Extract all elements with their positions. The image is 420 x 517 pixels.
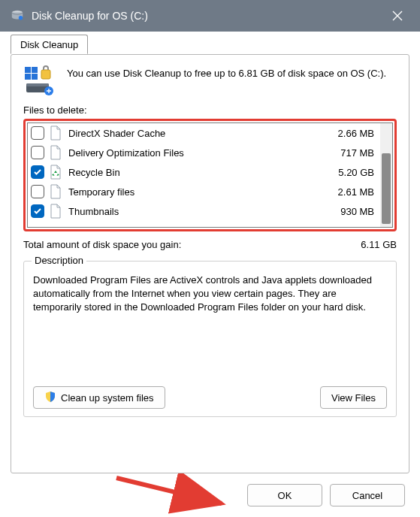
ok-label: OK <box>278 490 292 501</box>
cancel-button[interactable]: Cancel <box>330 484 405 506</box>
file-name: DirectX Shader Cache <box>67 128 317 139</box>
checkbox[interactable] <box>31 126 44 140</box>
shield-icon <box>44 391 56 405</box>
close-icon <box>392 11 403 21</box>
total-line: Total amount of disk space you gain: 6.1… <box>23 239 397 250</box>
checkbox[interactable] <box>31 204 44 218</box>
description-body: Downloaded Program Files are ActiveX con… <box>33 274 387 315</box>
file-icon <box>49 204 62 219</box>
file-size: 717 MB <box>322 147 374 159</box>
file-size: 2.61 MB <box>322 186 374 198</box>
close-button[interactable] <box>381 0 414 32</box>
description-legend: Description <box>32 255 86 266</box>
tab-panel: You can use Disk Cleanup to free up to 6… <box>11 54 409 473</box>
view-files-label: View Files <box>331 392 376 404</box>
description-group: Description Downloaded Program Files are… <box>23 261 397 417</box>
window-title: Disk Cleanup for OS (C:) <box>32 10 381 22</box>
svg-rect-4 <box>25 67 31 73</box>
svg-rect-5 <box>32 67 38 73</box>
tab-disk-cleanup[interactable]: Disk Cleanup <box>11 35 88 54</box>
recycle-bin-icon <box>49 165 62 180</box>
titlebar: Disk Cleanup for OS (C:) <box>0 0 420 32</box>
file-icon <box>49 184 62 199</box>
cleanup-system-files-button[interactable]: Clean up system files <box>33 386 165 409</box>
file-size: 5.20 GB <box>322 167 374 178</box>
file-icon <box>49 145 62 160</box>
client-area: Disk Cleanup <box>0 32 420 517</box>
svg-rect-10 <box>41 70 50 79</box>
table-row[interactable]: Temporary files2.61 MB <box>28 182 380 201</box>
svg-rect-7 <box>32 74 38 80</box>
file-size: 2.66 MB <box>322 128 374 139</box>
table-row[interactable]: Delivery Optimization Files717 MB <box>28 143 380 162</box>
ok-button[interactable]: OK <box>247 484 322 506</box>
view-files-button[interactable]: View Files <box>320 386 387 409</box>
disk-cleanup-app-icon <box>11 9 24 23</box>
files-to-delete-label: Files to delete: <box>23 104 397 116</box>
intro: You can use Disk Cleanup to free up to 6… <box>23 65 397 95</box>
annotation-arrow <box>113 472 240 514</box>
svg-point-2 <box>19 16 23 20</box>
svg-rect-9 <box>26 83 49 86</box>
files-list-highlight: DirectX Shader Cache2.66 MBDelivery Opti… <box>23 119 397 231</box>
total-label: Total amount of disk space you gain: <box>23 239 361 250</box>
file-size: 930 MB <box>322 206 374 217</box>
checkbox[interactable] <box>31 165 44 179</box>
total-value: 6.11 GB <box>361 239 397 250</box>
disk-cleanup-window: Disk Cleanup for OS (C:) Disk Cleanup <box>0 0 420 517</box>
file-name: Thumbnails <box>67 206 317 217</box>
tab-strip: Disk Cleanup <box>11 35 88 54</box>
checkbox[interactable] <box>31 185 44 198</box>
scrollbar[interactable] <box>380 123 392 227</box>
cancel-label: Cancel <box>352 490 382 501</box>
svg-line-12 <box>116 478 222 503</box>
cleanup-system-files-label: Clean up system files <box>61 392 154 404</box>
table-row[interactable]: DirectX Shader Cache2.66 MB <box>28 123 380 143</box>
svg-rect-6 <box>25 74 31 80</box>
dialog-footer: OK Cancel <box>247 484 405 506</box>
file-name: Delivery Optimization Files <box>67 147 317 159</box>
file-name: Temporary files <box>67 186 317 198</box>
table-row[interactable]: Recycle Bin5.20 GB <box>28 162 380 182</box>
scrollbar-thumb[interactable] <box>382 153 391 224</box>
file-name: Recycle Bin <box>67 167 317 178</box>
checkbox[interactable] <box>31 146 44 159</box>
file-icon <box>49 125 62 141</box>
files-list[interactable]: DirectX Shader Cache2.66 MBDelivery Opti… <box>27 122 393 228</box>
intro-text: You can use Disk Cleanup to free up to 6… <box>67 65 397 80</box>
table-row[interactable]: Thumbnails930 MB <box>28 201 380 221</box>
disk-cleanup-icon <box>23 65 56 95</box>
